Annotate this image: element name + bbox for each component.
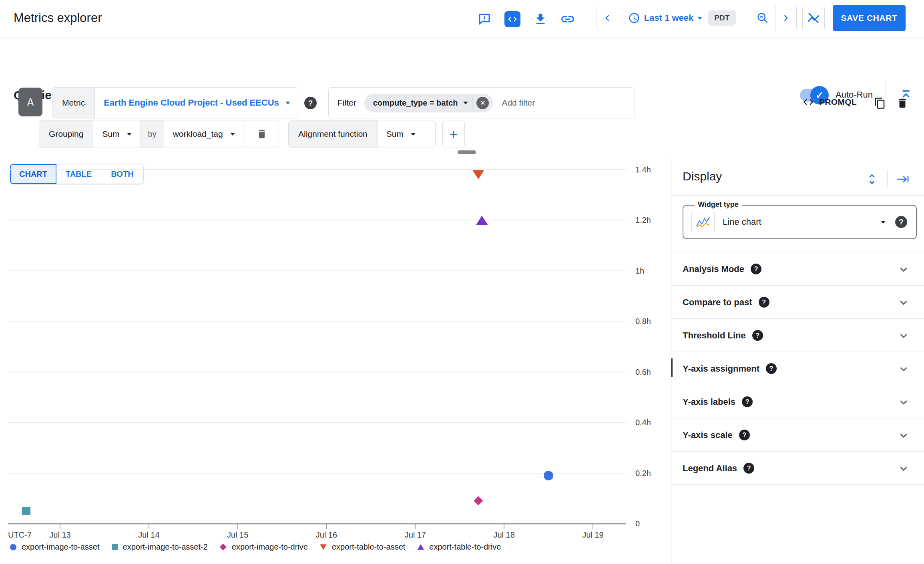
y-axis-tick-label: 0.2h [635, 468, 651, 478]
section-label: Analysis Mode [683, 264, 744, 274]
code-button[interactable] [504, 10, 521, 28]
add-filter-placeholder[interactable]: Add filter [502, 98, 535, 108]
section-help-button[interactable]: ? [766, 363, 777, 374]
section-label: Threshold Line [683, 330, 746, 341]
legend-item-export-image-to-asset-2[interactable]: export-image-to-asset-2 [112, 542, 208, 552]
widget-type-help-button[interactable]: ? [895, 216, 907, 228]
legend-label: export-table-to-drive [429, 542, 501, 552]
grouping-field: Grouping Sum by workload_tag [39, 120, 279, 148]
zoom-out-button[interactable] [750, 5, 775, 31]
metric-help-button[interactable]: ? [304, 97, 317, 109]
section-help-button[interactable]: ? [752, 330, 763, 341]
delete-query-button[interactable] [894, 94, 911, 112]
timezone-axis-label: UTC-7 [8, 530, 32, 540]
chevron-down-icon [898, 429, 910, 441]
timezone-badge: PDT [708, 10, 736, 26]
x-axis-tick-label: Jul 13 [49, 530, 70, 540]
top-header: Metrics explorer [0, 0, 924, 38]
promql-button[interactable]: PROMQL [802, 96, 857, 108]
chevron-down-icon [898, 396, 910, 408]
divider [671, 484, 924, 485]
section-label: Compare to past [683, 297, 752, 308]
legend-item-export-image-to-asset[interactable]: export-image-to-asset [10, 542, 100, 552]
x-axis-tick-label: Jul 16 [316, 530, 337, 540]
section-y-axis-scale[interactable]: Y-axis scale? [671, 418, 924, 452]
tab-chart[interactable]: CHART [10, 164, 56, 184]
alignment-value[interactable]: Sum [386, 129, 404, 139]
clock-icon [628, 12, 640, 24]
legend-marker-triangle-down [320, 544, 327, 550]
x-axis-tick [415, 524, 416, 529]
gridline [8, 220, 626, 220]
grouping-label: Grouping [39, 120, 93, 148]
chart-line-off-icon [806, 11, 821, 25]
section-help-button[interactable]: ? [743, 463, 754, 474]
section-help-button[interactable]: ? [742, 396, 753, 407]
y-axis-tick-label: 0 [635, 519, 640, 528]
x-axis-line [8, 523, 626, 524]
by-label: by [141, 120, 164, 148]
legend-item-export-table-to-drive[interactable]: export-table-to-drive [417, 542, 501, 552]
chevron-down-icon [898, 296, 910, 308]
trash-icon [256, 128, 267, 140]
tab-both[interactable]: BOTH [101, 164, 144, 184]
time-range-selector[interactable]: Last 1 week PDT [618, 5, 750, 31]
section-legend-alias[interactable]: Legend Alias? [671, 452, 924, 485]
download-button[interactable] [532, 10, 549, 28]
x-axis-tick-label: Jul 18 [493, 530, 514, 540]
toggle-chart-visibility-button[interactable] [802, 5, 825, 31]
filter-chip-label: compute_type = batch [373, 98, 458, 108]
metric-value[interactable]: Earth Engine Cloud Project - Used EECUs [104, 98, 279, 108]
section-help-button[interactable]: ? [759, 297, 769, 308]
gridline [8, 422, 626, 423]
remove-filter-icon[interactable]: ✕ [476, 97, 489, 109]
section-analysis-mode[interactable]: Analysis Mode? [671, 252, 924, 286]
collapse-panel-button[interactable] [895, 171, 911, 187]
section-compare-to-past[interactable]: Compare to past? [671, 286, 924, 319]
x-axis-tick-label: Jul 17 [405, 530, 426, 540]
widget-type-selector[interactable]: Line chart ? [683, 206, 916, 238]
feedback-button[interactable] [476, 10, 493, 28]
feedback-icon [477, 12, 492, 26]
resize-drag-handle[interactable] [458, 150, 476, 154]
tab-table[interactable]: TABLE [56, 164, 101, 184]
y-axis-tick-label: 1h [635, 266, 644, 275]
section-threshold-line[interactable]: Threshold Line? [671, 319, 924, 352]
link-icon [560, 12, 575, 27]
add-processing-step-button[interactable]: + [442, 120, 465, 148]
y-axis-tick-label: 1.4h [635, 165, 651, 174]
save-chart-button[interactable]: SAVE CHART [833, 5, 906, 31]
section-label: Y-axis assignment [683, 364, 759, 374]
chevron-down-icon [697, 17, 702, 20]
time-back-button[interactable] [597, 5, 618, 31]
gridline [8, 372, 626, 372]
share-link-button[interactable] [559, 10, 576, 28]
section-help-button[interactable]: ? [751, 264, 761, 274]
chevron-down-icon [285, 102, 290, 104]
filter-chip[interactable]: compute_type = batch ✕ [364, 94, 493, 112]
data-point-export-image-to-asset-2 [22, 507, 30, 515]
grouping-value[interactable]: Sum [102, 129, 119, 139]
download-icon [533, 12, 548, 26]
chevron-left-icon [601, 12, 613, 24]
expand-all-button[interactable] [864, 171, 880, 187]
chevron-down-icon [230, 133, 235, 136]
duplicate-query-button[interactable] [871, 94, 889, 112]
section-y-axis-assignment[interactable]: Y-axis assignment? [671, 352, 924, 385]
section-y-axis-labels[interactable]: Y-axis labels? [671, 385, 924, 418]
x-axis-tick [504, 524, 504, 529]
section-help-button[interactable]: ? [739, 430, 750, 440]
group-by-value[interactable]: workload_tag [173, 129, 223, 139]
tab-right-icon [897, 173, 910, 186]
legend-item-export-table-to-asset[interactable]: export-table-to-asset [320, 542, 405, 552]
remove-grouping-button[interactable] [245, 128, 279, 140]
copy-icon [874, 97, 886, 109]
x-axis-tick-label: Jul 15 [227, 530, 248, 540]
legend-item-export-image-to-drive[interactable]: export-image-to-drive [220, 542, 308, 552]
y-axis-tick-label: 1.2h [635, 216, 651, 225]
gridline [8, 270, 626, 271]
time-forward-button[interactable] [775, 5, 796, 31]
legend-label: export-image-to-asset [22, 542, 100, 552]
display-panel-title: Display [683, 170, 722, 183]
x-axis-tick-label: Jul 14 [138, 530, 159, 540]
